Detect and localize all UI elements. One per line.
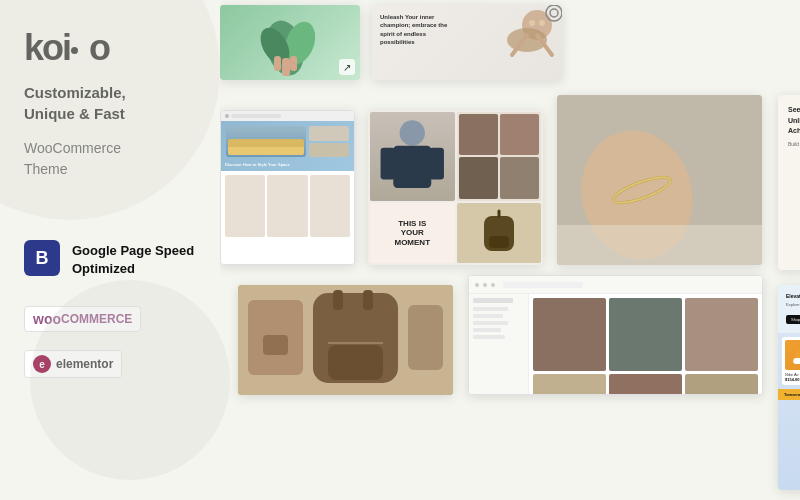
content-area: ↗ Unleash Your inner champion; embrace t… [220,0,800,500]
panel-see-magic: See the Magic, Unlimited Themes, Achieve… [778,95,800,270]
svg-rect-25 [557,225,762,265]
filter-item-2 [473,314,503,318]
svg-point-10 [529,20,535,26]
sloth-text: Unleash Your inner champion; embrace the… [380,13,460,47]
backpack-small-svg [479,208,519,258]
bagshop-header [469,276,762,294]
svg-rect-17 [429,148,444,180]
svg-point-14 [400,120,425,145]
shoe-svg-1 [785,340,800,370]
arrow-badge: ↗ [339,59,355,75]
address-bar [231,114,281,118]
bag-product-6 [685,374,758,394]
furniture-items [309,126,349,157]
panel-sneakers: Elevate Your Game / Step Into Excellence… [778,285,800,490]
room-bg [226,126,306,157]
bag-product-4 [533,374,606,394]
sloth-content: Unleash Your inner champion; embrace the… [372,5,562,80]
filter-item-5 [473,335,505,339]
browser-dot-3 [491,283,495,287]
panel-nature: ↗ [220,5,360,80]
jewelry-content [557,95,762,265]
page-speed-badge-icon: B [24,240,60,276]
clothes-grid: THIS IS YOUR MOMENT [368,110,543,265]
sneakers-title: Elevate Your Game / Step Into Excellence [786,293,800,300]
furn-item-1 [309,126,349,141]
magic-content: See the Magic, Unlimited Themes, Achieve… [778,95,800,270]
svg-rect-16 [381,148,396,180]
jewelry-illustration [557,95,762,265]
bag-1 [459,114,498,155]
decor-circle-2 [30,280,230,480]
sneaker-product-1: Nike Air Max $154.00 [782,337,800,385]
furniture-hero-text: Discover How to Style Your Space [225,162,290,167]
badge-row: B Google Page Speed Optimized [24,240,196,278]
filter-item-3 [473,321,508,325]
fashion-item-2 [457,112,542,201]
page-wrapper: koi o Customizable, Unique & Fast WooCom… [0,0,800,500]
magic-title: See the Magic, Unlimited Themes, Achieve… [788,105,800,137]
panel-furniture: Discover How to Style Your Space [220,110,355,265]
sneakers-shop-btn[interactable]: Shop Now [786,315,800,324]
furn-product-3 [310,175,350,237]
furn-product-2 [267,175,307,237]
bagshop-main [529,294,762,394]
sidebar: koi o Customizable, Unique & Fast WooCom… [0,0,220,500]
browser-dot-2 [483,283,487,287]
nature-content: ↗ [220,5,360,80]
url-bar [503,282,583,288]
svg-rect-5 [290,56,297,71]
bag-product-5 [609,374,682,394]
furniture-content: Discover How to Style Your Space [221,111,354,264]
decor-circle-1 [0,0,220,220]
page-speed-badge-text: Google Page Speed Optimized [72,240,194,278]
svg-rect-37 [793,358,800,364]
bagshop-sidebar [469,294,529,394]
browser-dot-1 [475,283,479,287]
bag-product-2 [609,298,682,371]
svg-rect-3 [282,58,290,76]
fashion-item-4 [457,203,542,264]
bagshop-content [469,276,762,394]
bag-product-3 [685,298,758,371]
sloth-illustration [482,5,562,70]
panel-fashion-grid: THIS IS YOUR MOMENT [368,110,543,265]
filter-item-4 [473,328,501,332]
sofa-back [228,139,304,147]
furn-product-1 [225,175,265,237]
bag-3 [459,157,498,198]
svg-rect-31 [333,290,343,310]
sneaker-price-1: $154.00 [785,377,800,382]
person-silhouette [370,112,455,201]
bag-product-1 [533,298,606,371]
sneakers-header: Elevate Your Game / Step Into Excellence… [778,285,800,333]
furniture-header [221,111,354,121]
sneakers-products: Nike Air Max $154.00 Urban Proser [778,333,800,389]
magic-sub: Build beautiful, fast & powerful online … [788,141,800,148]
svg-rect-15 [393,146,431,188]
browser-dot [225,114,229,118]
furniture-products [221,171,354,241]
backpack-content [238,285,453,395]
fashion-item-1 [370,112,455,201]
bag-2 [500,114,539,155]
svg-point-13 [550,9,558,17]
panel-backpack-large [238,285,453,395]
furniture-hero: Discover How to Style Your Space [221,121,354,171]
nature-illustration [250,8,330,78]
svg-rect-4 [274,56,281,71]
bag-4 [500,157,539,198]
panel-sloth: Unleash Your inner champion; embrace the… [372,5,562,80]
furn-item-2 [309,143,349,158]
svg-point-11 [539,20,545,26]
fashion-moment-text: THIS IS YOUR MOMENT [394,218,430,247]
fashion-item-3: THIS IS YOUR MOMENT [370,203,455,264]
filter-item-1 [473,307,508,311]
furniture-illustration [226,126,349,157]
filter-label [473,298,513,303]
svg-rect-32 [363,290,373,310]
svg-point-12 [546,5,562,21]
svg-rect-19 [489,236,509,248]
svg-rect-34 [408,305,443,370]
svg-rect-30 [328,345,383,380]
